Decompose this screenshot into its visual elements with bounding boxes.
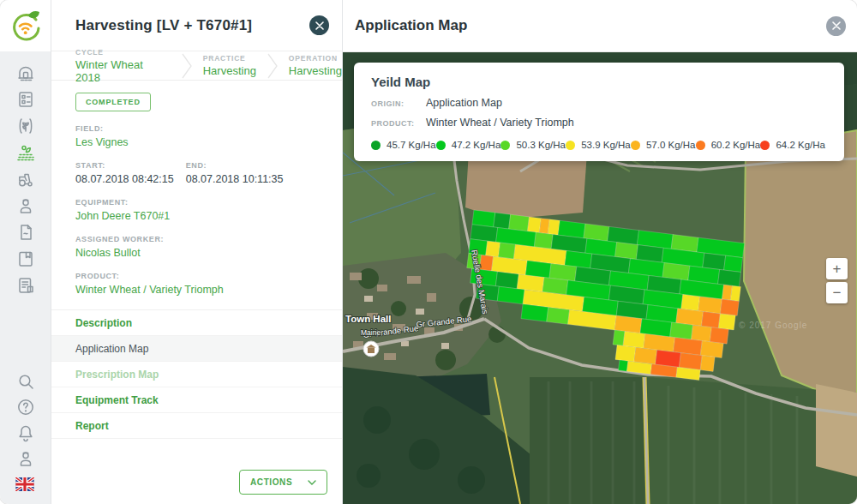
task-details: FIELD:Les VignesSTART:08.07.2018 08:42:1…	[75, 124, 318, 296]
legend-item: 60.2 Kg/Ha	[696, 140, 761, 150]
workers-icon[interactable]	[15, 195, 36, 216]
help-icon[interactable]	[15, 397, 36, 417]
breadcrumb-practice[interactable]: PRACTICE Harvesting	[203, 54, 256, 77]
legend-dot-icon	[760, 141, 770, 150]
map-panel-title: Application Map	[354, 17, 826, 34]
close-icon	[832, 21, 841, 30]
legend-label: 64.2 Kg/Ha	[776, 140, 825, 150]
task-section-list: DescriptionApplication MapPrescription M…	[51, 309, 342, 439]
section-prescription-map[interactable]: Prescription Map	[51, 362, 342, 387]
detail-label: END:	[186, 161, 284, 170]
search-icon[interactable]	[15, 371, 36, 392]
operations-icon[interactable]	[15, 142, 36, 163]
breadcrumb-label: CYCLE	[75, 48, 171, 57]
sidebar-main-nav	[0, 63, 51, 296]
zoom-in-button[interactable]: +	[826, 258, 848, 279]
section-equipment-track[interactable]: Equipment Track	[51, 387, 342, 413]
reports-icon[interactable]	[15, 275, 36, 296]
map-watermark: © 2017 Google	[739, 321, 807, 330]
origin-label: ORIGIN:	[371, 99, 426, 108]
breadcrumb-value: Harvesting	[289, 64, 342, 77]
legend-dot-icon	[371, 141, 381, 150]
yield-card-title: Yeild Map	[371, 75, 827, 89]
close-icon	[315, 21, 324, 30]
farm-icon[interactable]	[15, 63, 36, 83]
actions-button-label: ACTIONS	[250, 477, 292, 487]
detail-label: PRODUCT:	[75, 272, 318, 280]
breadcrumb-cycle[interactable]: CYCLE Winter Wheat 2018	[75, 48, 171, 84]
legend-label: 60.2 Kg/Ha	[711, 140, 761, 150]
task-close-button[interactable]	[309, 15, 329, 35]
greenfield-logo-icon	[9, 9, 42, 42]
breadcrumb-operation[interactable]: OPERATION Harvesting	[289, 54, 342, 77]
detail-label: ASSIGNED WORKER:	[75, 235, 318, 243]
detail-value: 08.07.2018 10:11:35	[186, 173, 284, 185]
yield-map-card: Yeild Map ORIGIN: Application Map PRODUC…	[354, 63, 844, 161]
legend-label: 45.7 Kg/Ha	[387, 140, 436, 150]
status-badge: COMPLETED	[75, 93, 151, 111]
detail-value[interactable]: Winter Wheat / Variety Triomph	[75, 284, 318, 296]
section-description[interactable]: Description	[51, 310, 342, 336]
detail-label: FIELD:	[75, 124, 318, 133]
legend-dot-icon	[696, 141, 705, 150]
map-panel: © 2017 Google Gr Grande Rue Gr Grande Ru…	[343, 0, 857, 504]
task-title: Harvesting [LV + T670#1]	[75, 17, 309, 34]
zoom-out-button[interactable]: −	[826, 282, 848, 303]
account-icon[interactable]	[15, 448, 36, 469]
legend-dot-icon	[500, 141, 510, 150]
legend-dot-icon	[631, 141, 640, 150]
app-logo[interactable]	[0, 0, 51, 51]
task-panel-body: COMPLETED FIELD:Les VignesSTART:08.07.20…	[51, 81, 342, 439]
detail-label: START:	[75, 161, 174, 170]
product-value: Winter Wheat / Variety Triomph	[426, 117, 574, 129]
legend-item: 53.9 Kg/Ha	[566, 140, 631, 150]
detail-value[interactable]: John Deere T670#1	[75, 210, 318, 222]
legend-item: 50.3 Kg/Ha	[500, 140, 566, 150]
legend-label: 50.3 Kg/Ha	[516, 140, 566, 150]
map-panel-header: Application Map	[343, 0, 857, 51]
sidebar-utility-nav	[0, 371, 51, 495]
breadcrumb: CYCLE Winter Wheat 2018 PRACTICE Harvest…	[51, 51, 342, 81]
icon-sidebar	[0, 0, 51, 504]
fields-icon[interactable]	[15, 89, 36, 110]
town-hall-label: Town Hall	[345, 314, 391, 324]
map-zoom-controls: + −	[826, 258, 848, 303]
detail-value[interactable]: Les Vignes	[75, 136, 318, 148]
product-label: PRODUCT:	[371, 119, 426, 128]
breadcrumb-value: Harvesting	[203, 64, 256, 77]
breadcrumb-label: OPERATION	[289, 54, 342, 63]
chevron-down-icon	[308, 480, 316, 485]
chevron-right-icon	[181, 53, 193, 79]
section-report[interactable]: Report	[51, 413, 342, 439]
detail-value[interactable]: Nicolas Bullot	[75, 247, 318, 259]
legend-item: 57.0 Kg/Ha	[631, 140, 696, 150]
legend-label: 57.0 Kg/Ha	[646, 140, 696, 150]
section-application-map[interactable]: Application Map	[51, 336, 342, 362]
yield-legend: 45.7 Kg/Ha47.2 Kg/Ha50.3 Kg/Ha53.9 Kg/Ha…	[371, 140, 827, 150]
crops-icon[interactable]	[15, 116, 36, 136]
map-close-button[interactable]	[826, 16, 846, 36]
legend-dot-icon	[436, 141, 446, 150]
actions-button[interactable]: ACTIONS	[239, 470, 327, 495]
origin-value: Application Map	[426, 97, 502, 109]
inputs-icon[interactable]	[15, 222, 36, 243]
map-area: © 2017 Google Gr Grande Rue Gr Grande Ru…	[343, 51, 857, 504]
storage-icon[interactable]	[15, 249, 36, 269]
detail-row: START:08.07.2018 08:42:15END:08.07.2018 …	[75, 148, 318, 185]
chevron-right-icon	[267, 53, 279, 79]
town-hall-marker[interactable]	[363, 341, 379, 357]
mairie-label: Mairie	[361, 328, 381, 337]
notifications-icon[interactable]	[15, 423, 36, 443]
detail-value: 08.07.2018 08:42:15	[75, 173, 174, 185]
breadcrumb-label: PRACTICE	[203, 54, 256, 63]
legend-item: 64.2 Kg/Ha	[760, 140, 825, 150]
task-panel-header: Harvesting [LV + T670#1]	[51, 0, 342, 51]
equipment-icon[interactable]	[15, 169, 36, 189]
legend-label: 47.2 Kg/Ha	[452, 140, 501, 150]
legend-item: 45.7 Kg/Ha	[371, 140, 436, 150]
language-flag-icon[interactable]	[15, 474, 36, 495]
breadcrumb-value: Winter Wheat 2018	[75, 58, 171, 84]
app-window: Harvesting [LV + T670#1] CYCLE Winter Wh…	[0, 0, 857, 504]
legend-dot-icon	[566, 141, 575, 150]
task-panel: Harvesting [LV + T670#1] CYCLE Winter Wh…	[51, 0, 343, 504]
